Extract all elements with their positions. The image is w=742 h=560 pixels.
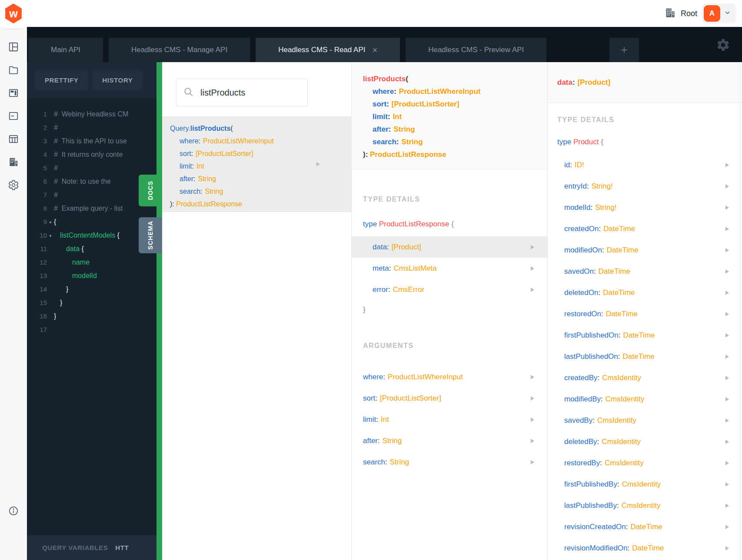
field-name: entryId xyxy=(564,182,587,191)
http-headers-tab[interactable]: HTT xyxy=(115,544,129,551)
field-name: createdOn xyxy=(564,225,599,233)
schema-tab-label: SCHEMA xyxy=(147,221,154,250)
query-editor[interactable]: 1# Webiny Headless CM2#3# This is the AP… xyxy=(27,98,156,535)
search-result-item[interactable]: Query.listProducts( where:ProductListWhe… xyxy=(162,116,351,212)
doc-argument-row[interactable]: after:String xyxy=(352,430,547,451)
playground-settings-gear-icon[interactable] xyxy=(716,38,730,54)
api-tab[interactable]: Headless CMS - Manage API xyxy=(109,38,250,62)
field-type: CmsIdentity xyxy=(597,416,636,425)
docs-search-box[interactable] xyxy=(176,79,308,106)
tenant-manager-icon[interactable] xyxy=(8,156,19,168)
field-name: revisionCreatedOn xyxy=(564,523,626,531)
field-name: restoredBy xyxy=(564,459,600,467)
doc-field-row[interactable]: modifiedBy:CmsIdentity xyxy=(548,388,742,410)
page-builder-icon[interactable] xyxy=(8,87,19,99)
doc-argument-row[interactable]: limit:Int xyxy=(352,409,547,430)
doc-field-row[interactable]: createdBy:CmsIdentity xyxy=(548,367,742,388)
table-icon[interactable] xyxy=(8,133,19,145)
expand-arrow-icon xyxy=(531,375,534,379)
field-type: [Product] xyxy=(392,243,421,252)
expand-arrow-icon xyxy=(725,482,729,487)
settings-gear-icon[interactable] xyxy=(8,179,19,191)
field-name: savedBy xyxy=(564,416,592,425)
doc-field-row[interactable]: restoredOn:DateTime xyxy=(548,303,742,325)
expand-arrow-icon xyxy=(531,418,534,422)
argument-name: where xyxy=(363,373,383,381)
webiny-logo[interactable]: w xyxy=(4,3,23,23)
top-bar: w Root A xyxy=(0,0,742,27)
fold-arrow-icon[interactable]: ▾ xyxy=(47,232,54,238)
doc-field-row[interactable]: id:ID! xyxy=(548,154,742,176)
type-name-link[interactable]: ProductListResponse xyxy=(379,220,449,228)
argument-type: String xyxy=(383,437,402,445)
account-menu[interactable]: A xyxy=(702,3,736,23)
field-name: restoredOn xyxy=(564,310,601,318)
search-result-arg: search:String xyxy=(170,185,351,198)
doc-field-row[interactable]: meta:CmsListMeta xyxy=(352,258,547,279)
docs-divider-strip[interactable]: DOCS SCHEMA xyxy=(156,62,162,560)
field-name: data xyxy=(373,243,387,252)
doc-field-row[interactable]: modelId:String! xyxy=(548,197,742,218)
code-line: 1# Webiny Headless CM xyxy=(27,107,156,121)
doc-field-row[interactable]: deletedBy:CmsIdentity xyxy=(548,431,742,452)
field-type: String! xyxy=(595,203,616,212)
type-name-link[interactable]: Product xyxy=(573,138,599,146)
code-line: 3# This is the API to use xyxy=(27,134,156,148)
field-name: deletedBy xyxy=(564,437,597,446)
doc-field-row[interactable]: createdOn:DateTime xyxy=(548,218,742,239)
field-type: DateTime xyxy=(607,246,639,255)
expand-arrow-icon xyxy=(725,333,729,338)
argument-type: [ProductListSorter] xyxy=(380,394,441,403)
history-button[interactable]: HISTORY xyxy=(92,70,143,90)
search-result-signature-open: Query.listProducts( xyxy=(170,122,351,135)
doc-field-row[interactable]: firstPublishedOn:DateTime xyxy=(548,325,742,346)
docs-search-column: Query.listProducts( where:ProductListWhe… xyxy=(162,62,351,560)
doc-field-row[interactable]: revisionModifiedOn:DateTime xyxy=(548,537,742,559)
expand-arrow-icon xyxy=(725,291,729,295)
api-tab[interactable]: Headless CMS - Read API × xyxy=(256,38,400,62)
info-icon[interactable] xyxy=(8,505,19,517)
field-signature: listProducts( where:ProductListWhereInpu… xyxy=(352,62,547,169)
doc-field-row[interactable]: entryId:String! xyxy=(548,176,742,197)
fold-arrow-icon[interactable]: ▾ xyxy=(47,219,54,225)
doc-field-row[interactable]: restoredBy:CmsIdentity xyxy=(548,452,742,474)
doc-field-row[interactable]: revisionCreatedOn:DateTime xyxy=(548,516,742,537)
api-tab[interactable]: Headless CMS - Preview API xyxy=(406,38,546,62)
doc-field-row[interactable]: deletedOn:DateTime xyxy=(548,282,742,303)
doc-field-row[interactable]: firstPublishedBy:CmsIdentity xyxy=(548,474,742,495)
search-result-signature-close: ): ProductListResponse xyxy=(170,198,351,210)
expand-arrow-icon xyxy=(725,418,729,423)
query-variables-tab[interactable]: QUERY VARIABLES xyxy=(42,544,108,551)
doc-field-row[interactable]: lastPublishedBy:CmsIdentity xyxy=(548,495,742,516)
doc-field-row[interactable]: modifiedOn:DateTime xyxy=(548,239,742,261)
docs-tab[interactable]: DOCS xyxy=(139,175,162,206)
code-line: 6# Note: to use the xyxy=(27,175,156,188)
add-tab-button[interactable]: + xyxy=(609,38,639,62)
form-builder-icon[interactable] xyxy=(8,110,19,122)
doc-field-row[interactable]: lastPublishedOn:DateTime xyxy=(548,346,742,367)
doc-field-row[interactable]: data:[Product] xyxy=(352,236,547,258)
field-name: lastPublishedBy xyxy=(564,501,617,510)
doc-field-row[interactable]: savedOn:DateTime xyxy=(548,261,742,282)
api-tab[interactable]: Main API xyxy=(28,38,103,62)
type-details-heading: TYPE DETAILS xyxy=(363,196,547,203)
scrollbar-track[interactable] xyxy=(740,62,740,560)
doc-field-row[interactable]: error:CmsError xyxy=(352,279,547,300)
doc-argument-row[interactable]: sort:[ProductListSorter] xyxy=(352,388,547,409)
expand-arrow-icon xyxy=(725,440,729,444)
prettify-button[interactable]: PRETTIFY xyxy=(35,70,88,90)
doc-argument-row[interactable]: search:String xyxy=(352,451,547,473)
search-result-arg: where:ProductListWhereInput xyxy=(170,135,351,147)
field-name: error xyxy=(373,285,388,294)
doc-argument-row[interactable]: where:ProductListWhereInput xyxy=(352,366,547,388)
close-tab-icon[interactable]: × xyxy=(372,46,377,54)
argument-name: sort xyxy=(363,394,375,403)
schema-tab[interactable]: SCHEMA xyxy=(139,217,162,253)
folder-icon[interactable] xyxy=(8,64,19,76)
docs-search-input[interactable] xyxy=(200,88,301,98)
type-fields: data:[Product] meta:CmsListMeta error:Cm… xyxy=(352,236,547,300)
api-tab-bar: Main API Headless CMS - Manage API Headl… xyxy=(27,27,742,62)
expand-arrow-icon xyxy=(531,266,534,271)
doc-field-row[interactable]: savedBy:CmsIdentity xyxy=(548,410,742,431)
layout-icon[interactable] xyxy=(8,41,19,53)
